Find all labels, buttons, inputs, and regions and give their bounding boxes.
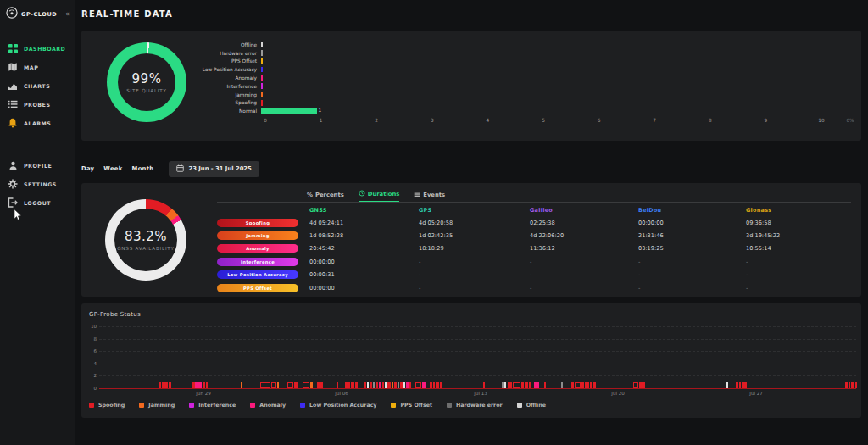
- durations-row-anomaly: Anomaly20:45:4218:18:2911:36:1203:19:251…: [217, 242, 851, 255]
- hbar-x-tick-label: 8: [709, 118, 712, 123]
- legend-item-pps-offset: PPS Offset: [391, 402, 431, 408]
- hbar-category-label: Anomaly: [81, 75, 261, 81]
- timeline-x-tick-label: Jul 27: [749, 391, 762, 396]
- timeline-y-tick-label: 6: [85, 348, 97, 353]
- sidebar-item-probes[interactable]: PROBES: [0, 95, 75, 114]
- timeline-y-tick-label: 8: [85, 337, 97, 342]
- sidebar-item-label: MAP: [24, 64, 38, 70]
- duration-value: 3d 19:45:22: [746, 229, 851, 242]
- timeline-y-tick-label: 10: [85, 324, 97, 329]
- sidebar-collapse-button[interactable]: «: [65, 11, 70, 18]
- main-content: REAL-TIME DATA 99% SITE QUALITY OfflineH…: [75, 0, 868, 445]
- legend-label: Interference: [198, 402, 236, 408]
- hbar-category-tick: [261, 67, 263, 73]
- timeline-event: [345, 382, 348, 388]
- clock-icon: [359, 190, 365, 198]
- hbar-row-spoofing: Spoofing: [81, 99, 853, 108]
- gnss-availability-label: GNSS AVAILABILITY: [117, 246, 175, 251]
- timeline-x-tick-label: Jul 13: [474, 391, 487, 396]
- duration-value: -: [638, 281, 746, 294]
- hbar-x-tick-label: 7: [653, 118, 656, 123]
- timeline-event: [742, 382, 747, 388]
- sidebar-item-profile[interactable]: PROFILE: [0, 156, 75, 175]
- timeline-baseline: [99, 388, 856, 389]
- timeline-event: [162, 382, 164, 388]
- sidebar-item-settings[interactable]: SETTINGS: [0, 175, 75, 193]
- duration-value: 00:00:31: [309, 269, 419, 281]
- hbar-value-label: 1: [319, 108, 322, 114]
- duration-value: -: [746, 281, 851, 294]
- timeline-gridline: [99, 351, 856, 352]
- timeline-event: [203, 382, 205, 388]
- sidebar-item-dashboard[interactable]: DASHBOARD: [0, 39, 75, 58]
- legend-item-offline: Offline: [517, 402, 546, 408]
- period-toggle: DayWeekMonth: [81, 165, 153, 172]
- timeline-event: [849, 382, 850, 388]
- event-type-pill: Jamming: [217, 231, 298, 240]
- hbar-row-anomaly: Anomaly: [81, 74, 853, 82]
- legend-item-interference: Interference: [189, 402, 236, 408]
- sidebar-item-label: SETTINGS: [24, 181, 57, 187]
- hbar-plot-area: [261, 58, 853, 66]
- tab-percents[interactable]: %Percents: [307, 192, 344, 201]
- sidebar-item-logout[interactable]: LOGOUT: [0, 193, 75, 212]
- duration-value: -: [419, 255, 530, 268]
- page-title: REAL-TIME DATA: [81, 9, 173, 19]
- tab-label: Durations: [368, 191, 400, 197]
- tab-label: Events: [423, 192, 445, 198]
- timeline-event: [502, 382, 504, 388]
- tab-durations[interactable]: Durations: [359, 190, 400, 202]
- metric-tabs: %PercentsDurationsEvents: [307, 190, 445, 202]
- tab-events[interactable]: Events: [414, 191, 445, 202]
- timeline-gridline: [99, 339, 856, 340]
- timeline-event: [513, 382, 520, 388]
- duration-value: -: [530, 255, 638, 268]
- timeline-event: [575, 382, 581, 388]
- durations-header-spacer: [217, 207, 309, 214]
- hbar-plot-area: [261, 82, 853, 91]
- hbar-category-label: Interference: [81, 84, 261, 89]
- timeline-event: [590, 382, 592, 388]
- alarm-bell-icon: [8, 118, 18, 128]
- timeline-gridline: [99, 375, 856, 376]
- timeline-event: [294, 382, 298, 388]
- timeline-event: [585, 382, 589, 388]
- legend-label: PPS Offset: [400, 402, 431, 408]
- timeline-event: [430, 382, 432, 388]
- hbar-row-jamming: Jamming: [81, 91, 853, 99]
- sidebar-item-map[interactable]: MAP: [0, 58, 75, 76]
- period-option-month[interactable]: Month: [132, 165, 154, 172]
- hbar-row-offline: Offline: [81, 41, 853, 49]
- timeline-event: [504, 382, 506, 388]
- event-type-pill: Interference: [217, 258, 298, 266]
- sidebar-item-alarms[interactable]: ALARMS: [0, 114, 75, 132]
- timeline-event: [387, 382, 391, 388]
- timeline-event: [310, 382, 313, 388]
- hbar-category-label: Low Position Accuracy: [81, 67, 261, 72]
- timeline-event: [400, 382, 403, 388]
- period-option-week[interactable]: Week: [103, 165, 122, 172]
- date-range-picker[interactable]: 23 Jun - 31 Jul 2025: [169, 161, 259, 177]
- duration-value: 4d 22:06:20: [530, 229, 638, 242]
- timeline-y-tick-label: 4: [85, 361, 97, 366]
- gnss-availability-donut: 83.2% GNSS AVAILABILITY: [105, 199, 186, 281]
- realtime-status-bar-chart: OfflineHardware errorPPS OffsetLow Posit…: [81, 41, 853, 125]
- timeline-event: [855, 382, 857, 388]
- duration-value: -: [746, 255, 851, 268]
- timeline-event: [277, 382, 279, 388]
- durations-row-low-position-accuracy: Low Position Accuracy00:00:31----: [217, 269, 851, 281]
- events-grid-icon: [414, 191, 420, 199]
- timeline-event: [241, 382, 242, 388]
- timeline-event: [320, 382, 323, 388]
- duration-value: -: [746, 269, 851, 281]
- probe-status-panel: GP-Probe Status 0246810 SpoofingJammingI…: [81, 303, 861, 418]
- sidebar-item-charts[interactable]: CHARTS: [0, 76, 75, 95]
- period-option-day[interactable]: Day: [81, 165, 94, 172]
- sidebar-item-label: LOGOUT: [24, 200, 51, 206]
- timeline-event: [367, 382, 369, 388]
- timeline-legend: SpoofingJammingInterferenceAnomalyLow Po…: [89, 402, 546, 408]
- timeline-event: [398, 382, 399, 388]
- duration-value: 02:25:38: [530, 216, 638, 229]
- hbar-plot-area: 1: [261, 107, 853, 115]
- durations-table-header: GNSSGPSGalileoBeiDouGlonass: [217, 202, 851, 216]
